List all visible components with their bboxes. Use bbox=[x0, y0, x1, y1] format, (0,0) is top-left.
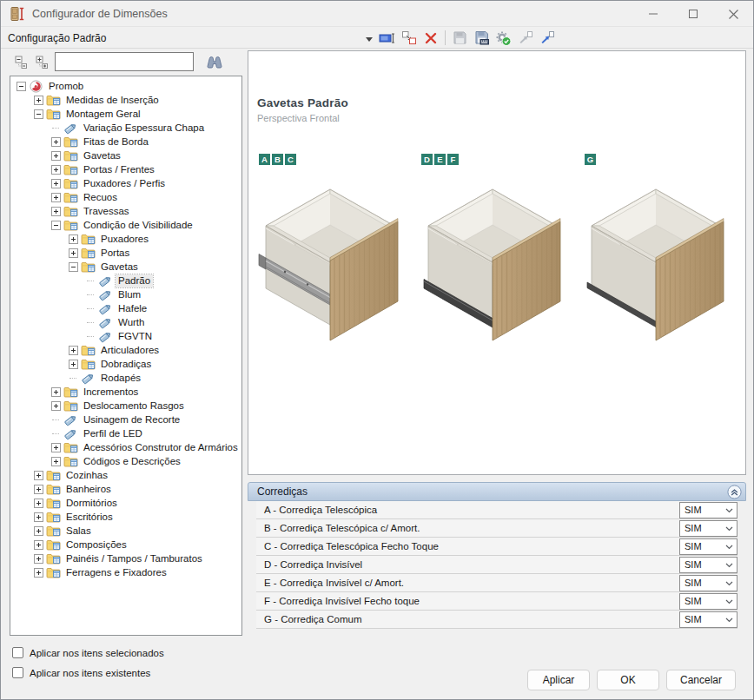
tree-item-dobradicas[interactable]: Dobradiças bbox=[10, 357, 241, 371]
expand-toggle-icon[interactable] bbox=[51, 457, 61, 466]
collapse-toggle-icon[interactable] bbox=[69, 262, 78, 272]
find-button[interactable] bbox=[199, 52, 230, 71]
tree-item-gavetas[interactable]: Gavetas bbox=[10, 260, 241, 274]
expand-toggle-icon[interactable] bbox=[34, 485, 43, 494]
expand-toggle-icon[interactable] bbox=[51, 443, 61, 452]
tree-item-condicao-de-visibilidade[interactable]: Condição de Visibilidade bbox=[10, 218, 241, 232]
expand-toggle-icon[interactable] bbox=[69, 234, 78, 244]
tree-item-dormitorios[interactable]: Dormitórios bbox=[10, 496, 241, 510]
expand-toggle-icon[interactable] bbox=[34, 554, 43, 564]
tree-item-label: Deslocamento Rasgos bbox=[81, 400, 187, 413]
tree-item-variacao-espessura-chapa[interactable]: Variação Espessura Chapa bbox=[10, 121, 241, 135]
slide-select-value: SIM bbox=[685, 614, 702, 624]
tree-item-ferragens-e-fixadores[interactable]: Ferragens e Fixadores bbox=[10, 565, 241, 579]
expand-toggle-icon[interactable] bbox=[34, 540, 43, 550]
tree-item-banheiros[interactable]: Banheiros bbox=[10, 482, 241, 496]
cancel-button[interactable]: Cancelar bbox=[666, 670, 736, 690]
expand-toggle-icon[interactable] bbox=[34, 96, 43, 105]
expand-toggle-icon[interactable] bbox=[69, 360, 78, 369]
expand-toggle-icon[interactable] bbox=[34, 512, 43, 522]
expand-toggle-icon[interactable] bbox=[34, 568, 43, 578]
rename-configuration-button[interactable] bbox=[376, 29, 398, 48]
tree-item-travessas[interactable]: Travessas bbox=[10, 204, 241, 218]
collapse-all-button[interactable] bbox=[11, 52, 30, 71]
tree-item-medidas-de-insercao[interactable]: Medidas de Inserção bbox=[10, 93, 241, 107]
expand-toggle-icon[interactable] bbox=[51, 401, 61, 411]
folder-icon bbox=[63, 455, 78, 467]
tree-item-padrao[interactable]: Padrão bbox=[10, 274, 241, 287]
tree-item-puxadores-perfis[interactable]: Puxadores / Perfis bbox=[10, 176, 241, 190]
close-button[interactable] bbox=[713, 1, 753, 27]
tree-item-gavetas[interactable]: Gavetas bbox=[10, 149, 241, 162]
tree-item-promob[interactable]: Promob bbox=[10, 79, 241, 93]
expand-toggle-icon[interactable] bbox=[51, 137, 61, 147]
expand-all-icon bbox=[36, 56, 49, 69]
tree-item-acessorios-construtor-de-armarios[interactable]: Acessórios Construtor de Armários bbox=[10, 440, 241, 454]
tree-item-label: Códigos e Descrições bbox=[81, 455, 183, 468]
expand-toggle-icon[interactable] bbox=[51, 165, 61, 175]
folder-icon bbox=[81, 261, 96, 273]
apply-existing-items-checkbox[interactable] bbox=[12, 667, 23, 678]
apply-selected-items-checkbox[interactable] bbox=[12, 647, 23, 658]
minimize-button[interactable] bbox=[633, 1, 673, 27]
delete-configuration-button[interactable] bbox=[420, 29, 441, 48]
tree-item-blum[interactable]: Blum bbox=[10, 287, 241, 301]
tree-item-cozinhas[interactable]: Cozinhas bbox=[10, 468, 241, 482]
expand-all-button[interactable] bbox=[32, 52, 51, 71]
tree-item-fgvtn[interactable]: FGVTN bbox=[10, 329, 241, 343]
expand-toggle-icon[interactable] bbox=[51, 207, 61, 216]
slide-d-select[interactable]: SIM bbox=[679, 557, 737, 573]
ok-button[interactable]: OK bbox=[597, 670, 659, 690]
collapse-toggle-icon[interactable] bbox=[17, 82, 26, 91]
apply-button[interactable]: Aplicar bbox=[527, 670, 590, 690]
tree-item-perfil-de-led[interactable]: Perfil de LED bbox=[10, 426, 241, 440]
expand-toggle-icon[interactable] bbox=[69, 248, 78, 258]
tree-item-label: Travessas bbox=[81, 205, 132, 218]
expand-toggle-icon[interactable] bbox=[34, 471, 43, 480]
tree-item-usinagem-de-recorte[interactable]: Usinagem de Recorte bbox=[10, 413, 241, 426]
expand-toggle-icon[interactable] bbox=[51, 387, 61, 397]
expand-toggle-icon[interactable] bbox=[34, 499, 43, 508]
expand-toggle-icon[interactable] bbox=[34, 526, 43, 536]
configuration-select[interactable]: Configuração Padrão bbox=[8, 32, 376, 44]
tree-item-incrementos[interactable]: Incrementos bbox=[10, 385, 241, 399]
expand-toggle-icon[interactable] bbox=[51, 193, 61, 202]
tree-item-puxadores[interactable]: Puxadores bbox=[10, 232, 241, 246]
tree-item-portas[interactable]: Portas bbox=[10, 246, 241, 260]
tree-item-deslocamento-rasgos[interactable]: Deslocamento Rasgos bbox=[10, 399, 241, 413]
tree-item-label: Usinagem de Recorte bbox=[81, 413, 182, 426]
apply-configuration-button[interactable] bbox=[493, 29, 514, 48]
slide-b-select[interactable]: SIM bbox=[679, 520, 737, 537]
tree-item-codigos-e-descricoes[interactable]: Códigos e Descrições bbox=[10, 454, 241, 468]
collapse-toggle-icon[interactable] bbox=[34, 109, 43, 119]
slide-a-select[interactable]: SIM bbox=[679, 502, 737, 518]
tree-item-recuos[interactable]: Recuos bbox=[10, 190, 241, 204]
slide-f-select[interactable]: SIM bbox=[679, 593, 737, 610]
slide-g-select[interactable]: SIM bbox=[679, 611, 737, 628]
tree-item-fitas-de-borda[interactable]: Fitas de Borda bbox=[10, 135, 241, 149]
import-button[interactable] bbox=[536, 29, 558, 48]
save-to-library-button[interactable] bbox=[471, 29, 493, 48]
tree-item-wurth[interactable]: Wurth bbox=[10, 315, 241, 329]
expand-toggle-icon[interactable] bbox=[51, 151, 61, 161]
tree-item-rodapes[interactable]: Rodapés bbox=[10, 371, 241, 385]
tree-item-hafele[interactable]: Hafele bbox=[10, 301, 241, 315]
tree-item-montagem-geral[interactable]: Montagem Geral bbox=[10, 107, 241, 121]
tree-item-paineis-tampos-tamburatos[interactable]: Painéis / Tampos / Tamburatos bbox=[10, 551, 241, 565]
folder-icon bbox=[63, 219, 78, 231]
collapse-panel-button[interactable] bbox=[727, 485, 742, 499]
maximize-button[interactable] bbox=[673, 1, 713, 27]
search-input[interactable] bbox=[55, 52, 194, 71]
duplicate-configuration-button[interactable] bbox=[398, 29, 420, 48]
tree-item-composicoes[interactable]: Composições bbox=[10, 538, 241, 551]
tree-item-salas[interactable]: Salas bbox=[10, 524, 241, 538]
tree-item-escritorios[interactable]: Escritórios bbox=[10, 510, 241, 524]
tree-item-articuladores[interactable]: Articuladores bbox=[10, 343, 241, 357]
expand-toggle-icon[interactable] bbox=[69, 346, 78, 355]
expand-toggle-icon[interactable] bbox=[51, 179, 61, 188]
collapse-toggle-icon[interactable] bbox=[51, 221, 61, 230]
slide-c-select[interactable]: SIM bbox=[679, 538, 737, 555]
tree-item-portas-frentes[interactable]: Portas / Frentes bbox=[10, 162, 241, 176]
slides-header: Corrediças bbox=[248, 482, 746, 501]
slide-e-select[interactable]: SIM bbox=[679, 575, 737, 591]
